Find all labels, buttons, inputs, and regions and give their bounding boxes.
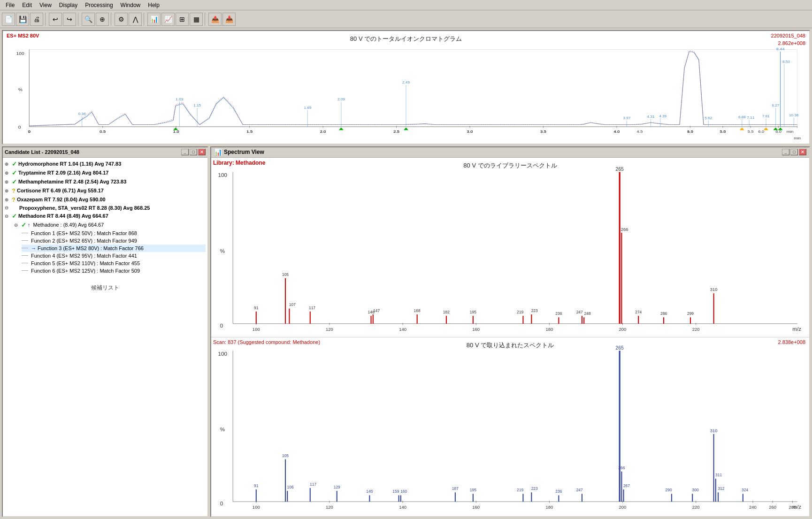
svg-text:8.27: 8.27	[772, 104, 779, 107]
list-item[interactable]: ⊕ ? Cortisone RT 6.49 (6.71) Avg 559.17	[5, 186, 206, 195]
list-item[interactable]: Function 2 (ES+ MS2 65V) : Match Factor …	[22, 237, 206, 244]
svg-text:299: 299	[687, 311, 694, 316]
menu-bar: File Edit View Display Processing Window…	[0, 0, 812, 10]
svg-text:147: 147	[373, 308, 380, 313]
list-item[interactable]: ⊕ ? Oxazepam RT 7.92 (8.04) Avg 590.00	[5, 195, 206, 204]
svg-text:4.5: 4.5	[637, 130, 643, 134]
svg-text:2.09: 2.09	[337, 97, 345, 101]
svg-text:5.62: 5.62	[705, 116, 712, 120]
svg-text:10.36: 10.36	[789, 113, 798, 117]
list-item[interactable]: ⊖ ✓ Methadone RT 8.44 (8.49) Avg 664.67	[5, 212, 206, 221]
maximize-btn[interactable]: □	[190, 149, 197, 155]
list-item[interactable]: ⊕ ✓ Tryptamine RT 2.09 (2.16) Avg 804.17	[5, 168, 206, 177]
peak-btn[interactable]: ⋀	[129, 13, 142, 26]
svg-text:310: 310	[710, 428, 718, 433]
table-btn[interactable]: ⊞	[176, 13, 189, 26]
svg-text:267: 267	[623, 483, 630, 488]
list-item[interactable]: Function 6 (ES+ MS2 125V) : Match Factor…	[22, 267, 206, 275]
spectrum-btn[interactable]: 📈	[161, 13, 175, 26]
spectrum-maximize-btn[interactable]: □	[790, 149, 798, 155]
spectrum-content: Library: Methadone 80 V でのライブラリースペクトル 10…	[211, 158, 809, 516]
expand-icon: ⊕	[5, 161, 10, 167]
menu-help[interactable]: Help	[144, 1, 163, 9]
svg-text:8.44: 8.44	[776, 47, 785, 51]
svg-marker-57	[404, 128, 408, 130]
svg-marker-56	[339, 128, 344, 130]
menu-file[interactable]: File	[2, 1, 18, 9]
undo-btn[interactable]: ↩	[49, 13, 62, 26]
list-item[interactable]: Function 4 (ES+ MS2 95V) : Match Factor …	[22, 252, 206, 260]
menu-window[interactable]: Window	[117, 1, 145, 9]
list-item[interactable]: ⊕ ✓ Methamphetamine RT 2.48 (2.54) Avg 7…	[5, 177, 206, 186]
chart-btn[interactable]: 📊	[147, 13, 161, 26]
svg-text:1.0: 1.0	[173, 130, 179, 134]
list-item[interactable]: Function 5 (ES+ MS2 110V) : Match Factor…	[22, 260, 206, 267]
menu-processing[interactable]: Processing	[81, 1, 116, 9]
redo-btn[interactable]: ↪	[63, 13, 76, 26]
svg-text:274: 274	[635, 310, 642, 314]
item-label: Methamphetamine RT 2.48 (2.54) Avg 723.8…	[18, 179, 126, 184]
svg-text:168: 168	[414, 308, 421, 313]
item-label: Hydromorphone RT 1.04 (1.16) Avg 747.83	[18, 161, 121, 167]
svg-text:0: 0	[28, 130, 31, 134]
svg-text:145: 145	[366, 489, 373, 494]
svg-text:0.36: 0.36	[78, 112, 86, 116]
svg-text:5.0: 5.0	[720, 130, 726, 134]
svg-text:240: 240	[749, 505, 757, 510]
lib-title: 80 V でのライブラリースペクトル	[463, 161, 557, 170]
svg-marker-59	[764, 128, 768, 130]
item-label: Propoxyphene, STA_vers02 RT 8.28 (8.30) …	[19, 205, 150, 211]
svg-text:220: 220	[692, 505, 700, 510]
save-btn[interactable]: 💾	[16, 13, 29, 26]
list-item[interactable]: ⊖ Propoxyphene, STA_vers02 RT 8.28 (8.30…	[5, 204, 206, 212]
svg-text:1.03: 1.03	[176, 97, 183, 101]
expand-icon: ⊕	[5, 188, 10, 193]
svg-text:2.5: 2.5	[393, 130, 399, 134]
svg-text:266: 266	[618, 466, 625, 471]
import-btn[interactable]: 📥	[222, 13, 236, 26]
menu-edit[interactable]: Edit	[18, 1, 36, 9]
export-btn[interactable]: 📤	[208, 13, 222, 26]
select-btn[interactable]: ⊕	[96, 13, 109, 26]
svg-text:105: 105	[282, 272, 289, 276]
item-label: Methadone RT 8.44 (8.49) Avg 664.67	[18, 213, 108, 219]
spectrum-view-panel: 📊 Spectrum View _ □ ✕ Library: Methadone…	[210, 146, 810, 517]
svg-text:180: 180	[545, 505, 553, 510]
svg-text:200: 200	[619, 327, 627, 332]
spectrum-close-btn[interactable]: ✕	[799, 149, 806, 155]
process-btn[interactable]: ⚙	[115, 13, 128, 26]
svg-text:195: 195	[470, 310, 476, 314]
check-icon: ✓	[12, 160, 17, 168]
svg-text:0: 0	[220, 501, 223, 507]
layout-btn[interactable]: ▦	[190, 13, 203, 26]
list-item[interactable]: ⊖ ✓ ↑ Methadone : (8.49) Avg 664.67	[14, 221, 206, 229]
new-btn[interactable]: 📄	[2, 13, 15, 26]
svg-text:280: 280	[789, 505, 796, 510]
close-btn[interactable]: ✕	[198, 149, 206, 155]
list-item[interactable]: ⊕ ✓ Hydromorphone RT 1.04 (1.16) Avg 747…	[5, 160, 206, 168]
list-item[interactable]: → Function 3 (ES+ MS2 80V) : Match Facto…	[22, 244, 206, 252]
svg-text:3.0: 3.0	[467, 130, 473, 134]
svg-text:4.39: 4.39	[659, 114, 666, 118]
svg-text:0.5: 0.5	[100, 130, 106, 134]
svg-text:4.0: 4.0	[614, 130, 620, 134]
svg-text:117: 117	[310, 482, 316, 487]
list-item[interactable]: Function 1 (ES+ MS2 50V) : Match Factor …	[22, 229, 206, 237]
menu-display[interactable]: Display	[55, 1, 81, 9]
scan-title: 80 V で取り込まれたスペクトル	[467, 341, 554, 350]
tic-chart: 100 % 0 0 0.5 1.0 1.5 2.0 2.5 3.0 3.5 4.…	[3, 47, 809, 144]
svg-text:265: 265	[615, 167, 624, 172]
svg-text:1.15: 1.15	[193, 104, 201, 107]
minimize-btn[interactable]: _	[181, 149, 189, 155]
item-label: Methadone : (8.49) Avg 664.67	[33, 222, 104, 228]
spectrum-minimize-btn[interactable]: _	[782, 149, 789, 155]
svg-text:219: 219	[517, 488, 523, 493]
svg-text:0: 0	[220, 323, 223, 328]
expand-icon: ⊖	[5, 205, 10, 210]
library-chart: 100 % 0 m/z	[213, 167, 807, 334]
print-btn[interactable]: 🖨	[30, 13, 43, 26]
svg-text:m/z: m/z	[792, 326, 801, 332]
svg-text:100: 100	[253, 505, 260, 510]
zoom-btn[interactable]: 🔍	[82, 13, 95, 26]
menu-view[interactable]: View	[36, 1, 55, 9]
